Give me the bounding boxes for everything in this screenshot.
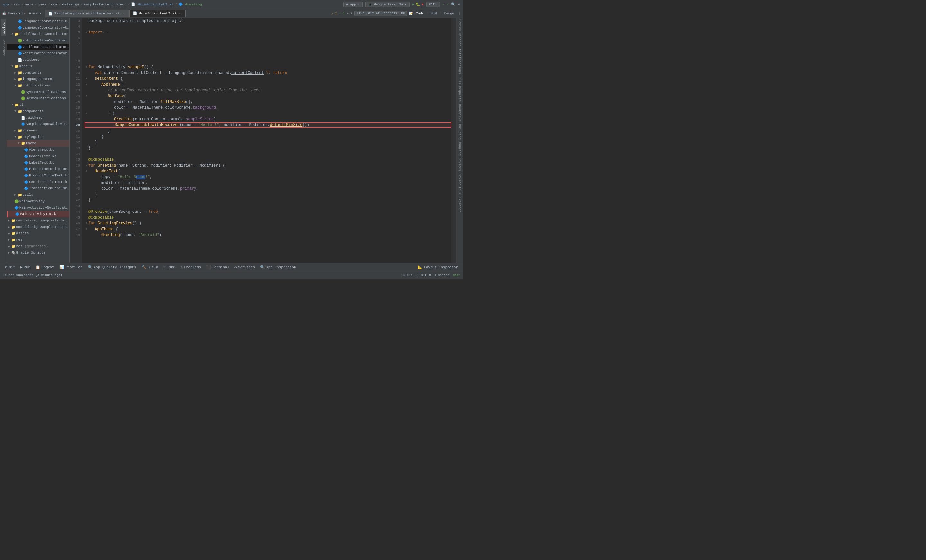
live-edit-toggle[interactable]: Live Edit of literals: ON bbox=[354, 11, 407, 16]
code-editor[interactable]: 3 4 5 6 7 18 19 20 21 22 23 24 25 26 27 … bbox=[70, 18, 456, 263]
tab-samplecomposable[interactable]: 📄 SampleComposableWithReceiver.kt ✕ bbox=[45, 10, 129, 17]
tree-item-notifcoord-ext[interactable]: 🔷 NotificationCoordinator+ExternalIntent… bbox=[7, 44, 70, 50]
vtab-device-manager[interactable]: Device Manager bbox=[457, 18, 462, 48]
tool-todo[interactable]: ≡ TODO bbox=[161, 263, 178, 272]
breadcrumb-com[interactable]: com bbox=[51, 3, 57, 6]
tree-folder-assets[interactable]: ▶ 📁 assets bbox=[7, 230, 70, 237]
breadcrumb-greeting[interactable]: 🔷 Greeting bbox=[179, 2, 202, 6]
tree-folder-constants[interactable]: ▶ 📁 constants bbox=[7, 70, 70, 76]
tree-item-headertext[interactable]: 🔷 HeaderText.kt bbox=[7, 153, 70, 159]
settings-tree-icon[interactable]: ⚙ bbox=[36, 11, 38, 15]
tree-item-mainactivity[interactable]: 🟢 MainActivity bbox=[7, 198, 70, 204]
tree-item-samplecomp[interactable]: 🔷 SampleComposableWithReceiver.kt bbox=[7, 121, 70, 127]
project-tree-icon[interactable]: ⊞ bbox=[29, 11, 32, 15]
run-icon[interactable]: ▶ bbox=[412, 2, 415, 6]
tool-terminal[interactable]: ⬛ Terminal bbox=[204, 263, 232, 272]
breadcrumb-app[interactable]: app bbox=[3, 3, 9, 6]
vtab-bookmarks[interactable]: Bookmarks bbox=[457, 103, 462, 123]
tree-folder-langcontent[interactable]: ▶ 📁 languageContent bbox=[7, 76, 70, 82]
tree-item-notifcoord[interactable]: 🟢 NotificationCoordinator bbox=[7, 37, 70, 44]
status-encoding[interactable]: LF UTF-8 bbox=[415, 274, 431, 277]
device-btn[interactable]: 📱 Google Pixel 3a ▾ bbox=[365, 2, 410, 8]
tree-item-mainactivity-ui[interactable]: 🔷 MainActivity+UI.kt bbox=[7, 211, 70, 217]
tool-build[interactable]: 🔨 Build bbox=[139, 263, 161, 272]
tree-item-gitkeep1[interactable]: 📄 .gitkeep bbox=[7, 57, 70, 63]
vtab-device-file-explorer[interactable]: Device File Explorer bbox=[457, 172, 462, 213]
tool-app-quality[interactable]: 🔍 App Quality Insights bbox=[85, 263, 139, 272]
tool-app-inspection[interactable]: 🔍 App Inspection bbox=[257, 263, 298, 272]
design-view-btn[interactable]: Design bbox=[442, 11, 456, 16]
tree-folder-gradle[interactable]: ▶ 🐘 Gradle Scripts bbox=[7, 250, 70, 256]
git-btn[interactable]: Git: bbox=[426, 2, 440, 7]
status-position[interactable]: 38:24 bbox=[402, 274, 412, 277]
breadcrumb-java[interactable]: java bbox=[38, 3, 46, 6]
breadcrumb-delasign[interactable]: delasign bbox=[62, 3, 79, 6]
tree-folder-theme[interactable]: ▼ 📁 theme bbox=[7, 140, 70, 147]
vtab-structure[interactable]: Structure bbox=[1, 37, 6, 58]
tree-item-notifcoord-int[interactable]: 🔷 NotificationCoordinator+InternalIntent… bbox=[7, 50, 70, 57]
nav-up-icon[interactable]: ▲ bbox=[346, 12, 348, 15]
tool-logcat[interactable]: 📋 Logcat bbox=[33, 263, 57, 272]
tree-item-mainactivity-notif[interactable]: 🔷 MainActivity+Notifications.kt bbox=[7, 204, 70, 211]
tree-folder-notifs[interactable]: ▼ 📁 notifications bbox=[7, 82, 70, 89]
breadcrumb-file[interactable]: 📄 MainActivityUI.kt bbox=[131, 2, 174, 6]
close-tree-icon[interactable]: ✕ bbox=[39, 11, 42, 15]
code-line-25: modifier = Modifier.fillMaxSize(), bbox=[85, 99, 451, 105]
tree-item-sectiontitle[interactable]: 🔷 SectionTitleText.kt bbox=[7, 179, 70, 185]
collapse-icon[interactable]: ⊟ bbox=[32, 11, 35, 15]
scrollbar-gutter[interactable] bbox=[451, 18, 456, 263]
tree-folder-styleguide[interactable]: ▼ 📁 styleguide bbox=[7, 134, 70, 140]
debug-icon[interactable]: 🐛 bbox=[416, 2, 420, 6]
tree-item-prodtitle[interactable]: 🔷 ProductTitleText.kt bbox=[7, 172, 70, 179]
tool-services[interactable]: ⚙ Services bbox=[232, 263, 257, 272]
tool-run[interactable]: ▶ Run bbox=[18, 263, 33, 272]
tree-folder-resgen[interactable]: ▶ 📁 res (generated) bbox=[7, 243, 70, 250]
tree-folder-components[interactable]: ▼ 📁 components bbox=[7, 108, 70, 115]
tool-git[interactable]: ⚙ Git bbox=[3, 263, 18, 272]
more-options-icon[interactable]: ⋮ bbox=[458, 12, 461, 15]
tree-item-transactionlabel[interactable]: 🔷 TransactionLabelSmallText.kt bbox=[7, 185, 70, 192]
vtab-running-devices[interactable]: Running Devices bbox=[457, 141, 462, 172]
tab-close-active-icon[interactable]: ✕ bbox=[178, 12, 182, 15]
settings-icon[interactable]: ⚙ bbox=[458, 2, 460, 6]
tab-close-icon[interactable]: ✕ bbox=[121, 12, 125, 15]
file-tree[interactable]: 🔷 LanguageCoordinator+Get.kt 🔷 LanguageC… bbox=[7, 18, 70, 263]
vtab-building[interactable]: Building bbox=[457, 123, 462, 141]
code-line-blank bbox=[85, 35, 451, 41]
tree-folder-utils[interactable]: ▶ 📁 utils bbox=[7, 192, 70, 198]
search-icon[interactable]: 🔍 bbox=[451, 2, 455, 6]
tool-layout-inspector[interactable]: 📐 Layout Inspector bbox=[415, 263, 460, 272]
tree-item-gitkeep2[interactable]: 📄 .gitkeep bbox=[7, 115, 70, 121]
tree-item-alerttext[interactable]: 🔷 AlertText.kt bbox=[7, 147, 70, 153]
tree-folder-androidtest[interactable]: ▶ 📁 com.delasign.samplestarterproject (a… bbox=[7, 217, 70, 224]
tree-folder-models[interactable]: ▼ 📁 models bbox=[7, 63, 70, 70]
tool-profiler[interactable]: 📊 Profiler bbox=[57, 263, 85, 272]
tree-item-langcoord-update[interactable]: 🔷 LanguageCoordinator+Update.kt bbox=[7, 24, 70, 31]
tool-problems[interactable]: ⚠ Problems bbox=[178, 263, 204, 272]
stop-icon[interactable]: ■ bbox=[422, 3, 424, 6]
breadcrumb-main[interactable]: main bbox=[25, 3, 33, 6]
split-view-btn[interactable]: Split bbox=[428, 11, 439, 16]
code-view-btn[interactable]: Code bbox=[413, 11, 425, 16]
tree-item-labeltext[interactable]: 🔷 LabelText.kt bbox=[7, 159, 70, 166]
tree-item-sysnotif[interactable]: 🟢 SystemNotifications bbox=[7, 89, 70, 95]
status-git-branch[interactable]: main bbox=[453, 274, 460, 277]
vtab-project[interactable]: Project bbox=[1, 19, 6, 36]
breadcrumb-project[interactable]: samplestarterproject bbox=[84, 3, 126, 6]
run-config-btn[interactable]: ▶ app ▾ bbox=[343, 2, 363, 8]
tree-folder-ui[interactable]: ▼ 📁 ui bbox=[7, 101, 70, 108]
tree-folder-test[interactable]: ▶ 📁 com.delasign.samplestarterproject (t… bbox=[7, 224, 70, 230]
tree-folder-notif[interactable]: ▼ 📁 notificationCoordinator bbox=[7, 31, 70, 37]
vtab-pull-requests[interactable]: Pull Requests bbox=[457, 75, 462, 103]
tab-mainactivity-ui[interactable]: 📄 MainActivity+UI.kt ✕ bbox=[129, 10, 186, 17]
status-indent[interactable]: 4 spaces bbox=[434, 274, 449, 277]
title-bar: app / src / main / java / com / delasign… bbox=[0, 0, 463, 9]
tree-item-proddesc[interactable]: 🔷 ProductDescriptionText.kt bbox=[7, 166, 70, 172]
tree-item-langcoord-get[interactable]: 🔷 LanguageCoordinator+Get.kt bbox=[7, 18, 70, 24]
tree-item-sysnotifext[interactable]: 🟢 SystemNotificationsExtras bbox=[7, 95, 70, 101]
vtab-notifications[interactable]: Notifications bbox=[457, 48, 462, 75]
tree-folder-res[interactable]: ▶ 📁 res bbox=[7, 237, 70, 243]
tree-folder-screens[interactable]: ▶ 📁 screens bbox=[7, 127, 70, 134]
breadcrumb-src[interactable]: src bbox=[14, 3, 20, 6]
nav-down-icon[interactable]: ▼ bbox=[351, 12, 353, 15]
